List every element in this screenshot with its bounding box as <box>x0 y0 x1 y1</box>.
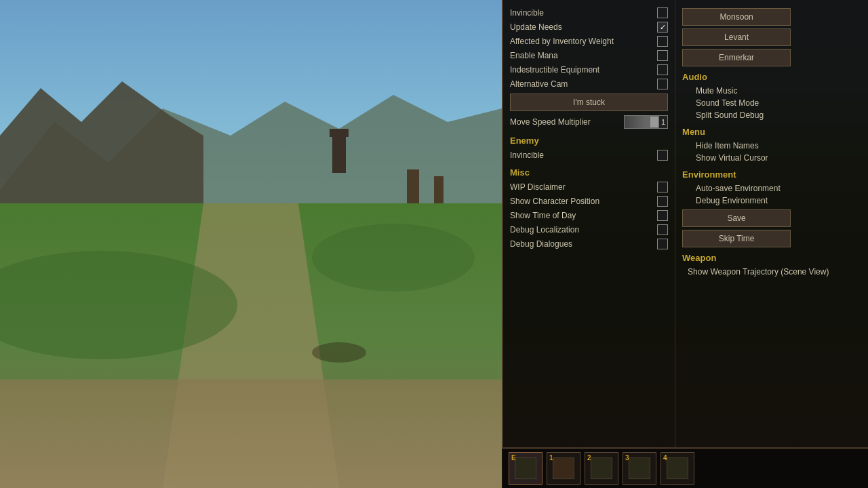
menu-section-label: Menu <box>682 127 861 137</box>
misc-section-label: Misc <box>510 167 668 178</box>
alt-cam-label: Alternative Cam <box>510 79 657 89</box>
hotbar-slot-content-3 <box>629 458 650 479</box>
setting-row-alt-cam: Alternative Cam <box>510 77 668 91</box>
skip-time-button[interactable]: Skip Time <box>682 230 791 247</box>
hotbar-slot-content-2 <box>591 458 612 479</box>
debug-localization-checkbox[interactable] <box>657 224 668 235</box>
svg-point-6 <box>312 224 475 291</box>
auto-save-env-item[interactable]: Auto-save Environment <box>682 182 861 195</box>
speed-track <box>625 116 659 128</box>
wip-checkbox[interactable] <box>657 182 668 192</box>
setting-row-time-of-day: Show Time of Day <box>510 209 668 222</box>
environment-section-label: Environment <box>682 169 861 180</box>
speed-indicator <box>650 117 658 127</box>
svg-point-12 <box>312 342 366 363</box>
debug-localization-label: Debug Localization <box>510 225 657 235</box>
setting-row-wip: WIP Disclaimer <box>510 180 668 194</box>
update-needs-label: Update Needs <box>510 22 657 32</box>
hotbar-slot-1[interactable]: 1 <box>547 452 580 485</box>
sound-test-item[interactable]: Sound Test Mode <box>682 97 861 109</box>
split-sound-item[interactable]: Split Sound Debug <box>682 109 861 121</box>
enmerkar-button[interactable]: Enmerkar <box>682 49 791 66</box>
speed-label: Move Speed Multiplier <box>510 117 624 127</box>
svg-rect-8 <box>332 132 346 173</box>
hotbar-key-2: 2 <box>587 454 591 462</box>
invincible-label: Invincible <box>510 8 657 18</box>
inventory-weight-checkbox[interactable] <box>657 36 668 47</box>
indestructible-checkbox[interactable] <box>657 64 668 75</box>
hotbar-slot-4[interactable]: 4 <box>660 452 694 485</box>
terrain-view <box>0 0 502 488</box>
enemy-section-label: Enemy <box>510 136 668 146</box>
mute-music-item[interactable]: Mute Music <box>682 85 861 97</box>
hotbar-key-4: 4 <box>663 454 667 462</box>
speed-value: 1 <box>659 118 667 126</box>
svg-rect-11 <box>434 176 443 203</box>
right-settings-column: Monsoon Levant Enmerkar Audio Mute Music… <box>675 0 868 488</box>
inventory-weight-label: Affected by Inventory Weight <box>510 37 657 46</box>
weapon-trajectory-item[interactable]: Show Weapon Trajectory (Scene View) <box>682 266 861 278</box>
landscape-svg <box>0 0 502 488</box>
speed-row: Move Speed Multiplier 1 <box>510 114 668 130</box>
setting-row-enemy-invincible: Invincible <box>510 148 668 162</box>
svg-rect-9 <box>330 129 349 137</box>
hotbar-key-e: E <box>511 454 516 462</box>
stuck-button[interactable]: I'm stuck <box>510 94 668 111</box>
save-button[interactable]: Save <box>682 209 791 227</box>
enemy-invincible-label: Invincible <box>510 150 657 160</box>
hide-item-names-item[interactable]: Hide Item Names <box>682 140 861 152</box>
debug-panel: Invincible Update Needs Affected by Inve… <box>502 0 868 488</box>
setting-row-char-position: Show Character Position <box>510 195 668 208</box>
enable-mana-checkbox[interactable] <box>657 50 668 61</box>
enemy-invincible-checkbox[interactable] <box>657 150 668 161</box>
debug-dialogues-label: Debug Dialogues <box>510 239 657 249</box>
setting-row-enable-mana: Enable Mana <box>510 49 668 62</box>
monsoon-button[interactable]: Monsoon <box>682 8 791 26</box>
debug-dialogues-checkbox[interactable] <box>657 239 668 249</box>
invincible-checkbox[interactable] <box>657 7 668 18</box>
hotbar-slot-content-4 <box>667 458 688 479</box>
levant-button[interactable]: Levant <box>682 28 791 46</box>
time-of-day-label: Show Time of Day <box>510 211 657 220</box>
debug-env-item[interactable]: Debug Environment <box>682 195 861 207</box>
left-settings-column: Invincible Update Needs Affected by Inve… <box>503 0 675 488</box>
show-virtual-cursor-item[interactable]: Show Virtual Cursor <box>682 152 861 164</box>
svg-rect-7 <box>0 380 502 488</box>
update-needs-checkbox[interactable] <box>657 22 668 33</box>
weapon-section-label: Weapon <box>682 253 861 263</box>
setting-row-debug-dialogues: Debug Dialogues <box>510 237 668 251</box>
setting-row-indestructible: Indestructible Equipment <box>510 63 668 77</box>
hotbar-slot-content-1 <box>553 458 574 479</box>
audio-section-label: Audio <box>682 72 861 82</box>
hotbar-slot-e[interactable]: E <box>509 452 542 485</box>
hotbar-key-1: 1 <box>549 454 553 462</box>
hotbar-slot-content-e <box>515 458 536 479</box>
wip-label: WIP Disclaimer <box>510 182 657 192</box>
speed-widget[interactable]: 1 <box>624 115 668 129</box>
enable-mana-label: Enable Mana <box>510 51 657 60</box>
char-position-label: Show Character Position <box>510 197 657 206</box>
hotbar-key-3: 3 <box>625 454 629 462</box>
setting-row-update-needs: Update Needs <box>510 20 668 34</box>
setting-row-invincible: Invincible <box>510 6 668 20</box>
hotbar: E 1 2 3 4 <box>502 447 868 488</box>
hotbar-slot-3[interactable]: 3 <box>623 452 656 485</box>
time-of-day-checkbox[interactable] <box>657 210 668 221</box>
alt-cam-checkbox[interactable] <box>657 79 668 89</box>
svg-rect-10 <box>407 169 419 203</box>
setting-row-debug-localization: Debug Localization <box>510 223 668 237</box>
char-position-checkbox[interactable] <box>657 196 668 207</box>
indestructible-label: Indestructible Equipment <box>510 65 657 75</box>
setting-row-inventory-weight: Affected by Inventory Weight <box>510 35 668 48</box>
hotbar-slot-2[interactable]: 2 <box>585 452 618 485</box>
